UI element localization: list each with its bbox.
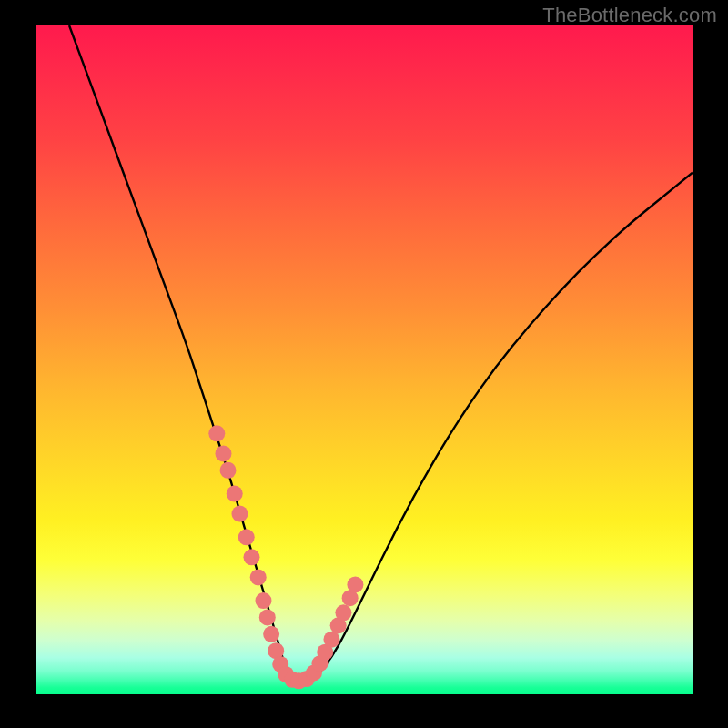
- marker-cluster: [208, 425, 363, 689]
- marker-dot: [347, 576, 363, 592]
- marker-dot: [335, 604, 351, 621]
- marker-dot: [243, 549, 259, 565]
- chart-frame: TheBottleneck.com: [0, 0, 728, 728]
- marker-dot: [220, 462, 237, 479]
- marker-dot: [255, 592, 271, 609]
- curve-line: [69, 25, 693, 680]
- marker-dot: [227, 486, 243, 502]
- marker-dot: [323, 632, 339, 648]
- watermark-text: TheBottleneck.com: [542, 4, 717, 27]
- marker-dot: [250, 569, 267, 585]
- marker-dot: [259, 609, 276, 625]
- plot-area: [36, 25, 693, 694]
- bottleneck-curve: [69, 25, 693, 680]
- marker-dot: [238, 529, 255, 545]
- marker-dot: [232, 506, 248, 522]
- curve-svg: [36, 25, 693, 694]
- marker-dot: [215, 445, 231, 461]
- marker-dot: [208, 425, 225, 441]
- marker-dot: [263, 626, 279, 642]
